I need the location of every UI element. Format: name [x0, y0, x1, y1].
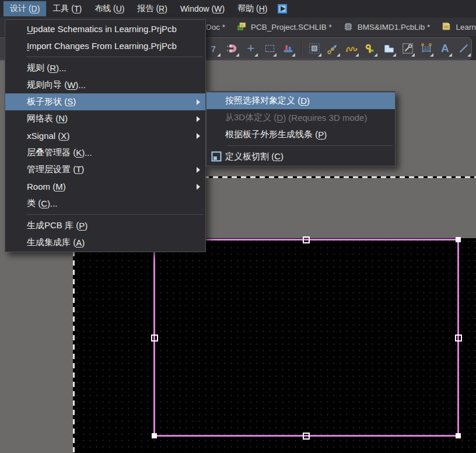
text-string-icon[interactable]: A	[438, 39, 453, 58]
play-panel-icon[interactable]	[277, 4, 288, 14]
line-draw-icon[interactable]	[456, 39, 471, 58]
submenu-arrow-icon	[197, 116, 200, 122]
schlib-icon	[236, 21, 247, 33]
menubar-item-design[interactable]: 设计 (D)	[4, 1, 46, 16]
board-handle-bottom-left[interactable]	[152, 433, 157, 438]
menu-item-manage-layer-sets[interactable]: 管理层设置 (T)	[5, 161, 205, 178]
cutter-partial-icon[interactable]: 7	[206, 39, 221, 58]
board-handle-top-mid[interactable]	[303, 236, 310, 243]
board-handle-bottom-right[interactable]	[456, 433, 461, 438]
menu-item-make-pcb-library[interactable]: 生成PCB 库 (P)	[5, 217, 205, 234]
route-arrow-icon[interactable]	[326, 39, 341, 58]
pads-array-icon[interactable]	[281, 39, 296, 58]
submenu-item-create-primitives-from-outline[interactable]: 根据板子外形生成线条 (P)	[206, 126, 395, 143]
menu-item-netlist[interactable]: 网络表 (N)	[5, 110, 205, 127]
tab-label: Doc *	[206, 23, 225, 32]
crosshair-place-icon[interactable]: +	[243, 39, 258, 58]
selection-rect-icon[interactable]	[262, 39, 277, 58]
design-menu-popup: Update Schematics in Learning.PrjPcb Imp…	[5, 19, 206, 252]
ic-chip-icon[interactable]	[307, 39, 322, 58]
menubar-item-window[interactable]: Window (W)	[174, 1, 231, 16]
menu-item-rules[interactable]: 规则 (R)...	[5, 60, 205, 76]
pcblib-icon	[343, 21, 354, 33]
submenu-arrow-icon	[197, 184, 200, 190]
menubar-item-reports[interactable]: 报告 (R)	[131, 1, 174, 16]
wrench-box-icon[interactable]	[400, 39, 415, 58]
dimension-10-icon[interactable]: 10	[419, 39, 434, 58]
menu-item-rule-wizard[interactable]: 规则向导 (W)...	[5, 76, 205, 93]
tab-doc-clipped[interactable]: Doc *	[206, 23, 225, 32]
schdoc-icon	[441, 21, 452, 33]
magnet-snap-icon[interactable]	[225, 39, 240, 58]
submenu-item-define-from-selected[interactable]: 按照选择对象定义 (D)	[206, 92, 395, 109]
menubar-item-route[interactable]: 布线 (U)	[88, 1, 131, 16]
submenu-arrow-icon	[197, 133, 200, 139]
tab-pcb-project-schlib[interactable]: PCB_Project.SCHLIB *	[236, 21, 332, 33]
submenu-arrow-icon	[197, 99, 200, 105]
board-shape-submenu-popup: 按照选择对象定义 (D) 从3D体定义 (D) (Requires 3D mod…	[206, 91, 396, 166]
menu-separator	[206, 143, 395, 148]
menu-separator	[5, 54, 205, 60]
polygon-pour-icon[interactable]	[382, 39, 397, 58]
submenu-item-define-board-cutout[interactable]: 定义板切割 (C)	[206, 148, 395, 165]
menu-item-classes[interactable]: 类 (C)...	[5, 195, 205, 212]
board-handle-right-mid[interactable]	[455, 334, 462, 342]
board-outline-rect[interactable]	[153, 239, 459, 437]
menu-item-board-shape[interactable]: 板子形状 (S)	[5, 93, 205, 110]
menubar-item-help[interactable]: 帮助 (H)	[231, 1, 274, 16]
submenu-arrow-icon	[197, 167, 200, 173]
menu-item-room[interactable]: Room (M)	[5, 178, 205, 195]
main-menu-bar: 设计 (D) 工具 (T) 布线 (U) 报告 (R) Window (W) 帮…	[0, 0, 476, 18]
tab-bms-imd1-pcblib[interactable]: BMS&IMD1.PcbLib *	[343, 21, 430, 33]
board-handle-bottom-mid[interactable]	[303, 433, 310, 440]
board-cutout-icon	[211, 151, 222, 164]
menu-item-update-schematics[interactable]: Update Schematics in Learning.PrjPcb	[5, 20, 205, 37]
meander-tune-icon[interactable]	[344, 39, 359, 58]
toolbar-separator	[301, 41, 302, 56]
key-icon[interactable]	[363, 39, 378, 58]
tab-label: PCB_Project.SCHLIB *	[251, 23, 332, 32]
menu-item-import-changes[interactable]: Import Changes From Learning.PrjPcb	[5, 37, 205, 54]
menu-item-make-integrated-library[interactable]: 生成集成库 (A)	[5, 234, 205, 251]
menu-item-layer-stack-manager[interactable]: 层叠管理器 (K)...	[5, 144, 205, 161]
menubar-item-tools[interactable]: 工具 (T)	[46, 1, 88, 16]
board-handle-left-mid[interactable]	[151, 334, 158, 342]
submenu-item-define-from-3d-body: 从3D体定义 (D) (Requires 3D mode)	[206, 109, 395, 126]
menu-item-xsignal[interactable]: xSignal (X)	[5, 127, 205, 144]
svg-text:10: 10	[424, 46, 429, 51]
board-handle-top-right[interactable]	[456, 237, 461, 242]
altium-pcb-editor: Doc * PCB_Project.SCHLIB * BMS&IMD1.PcbL…	[0, 0, 476, 453]
tab-label: Learning.SchD	[456, 23, 476, 32]
menu-separator	[5, 212, 205, 217]
tab-label: BMS&IMD1.PcbLib *	[358, 23, 430, 32]
tab-learning-schdoc[interactable]: Learning.SchD	[441, 21, 476, 33]
